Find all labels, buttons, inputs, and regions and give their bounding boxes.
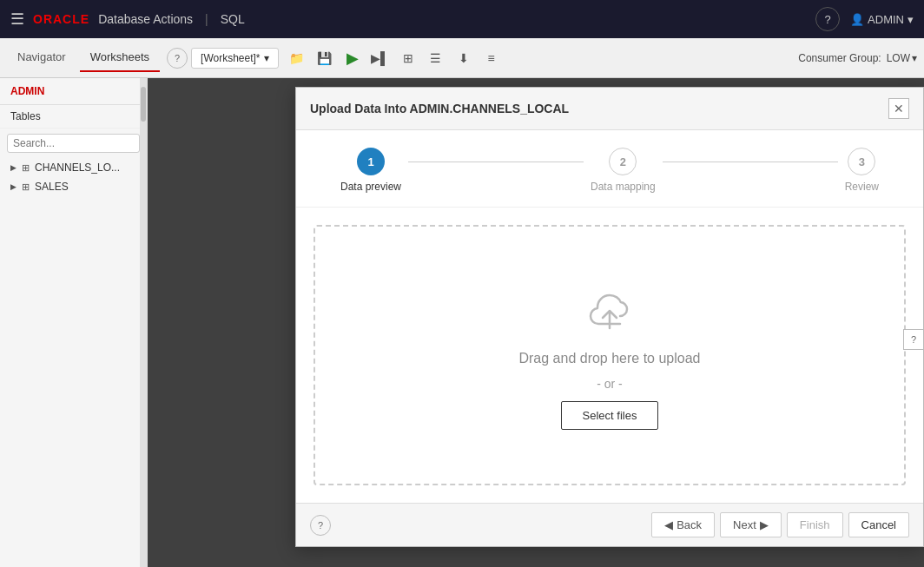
worksheet-tab[interactable]: [Worksheet]* ▾: [191, 48, 278, 69]
right-help-button[interactable]: ?: [903, 329, 924, 350]
sidebar-item-sales[interactable]: ▶ ⊞ SALES: [0, 177, 147, 196]
step-3-label: Review: [845, 181, 879, 193]
back-label: Back: [676, 518, 702, 531]
consumer-group-label: Consumer Group:: [798, 52, 881, 64]
step-1: 1 Data preview: [340, 148, 401, 193]
worksheet-tab-label: [Worksheet]*: [201, 52, 260, 64]
table-icon: ⊞: [22, 162, 30, 174]
topbar-right: ? 👤 ADMIN ▾: [815, 7, 914, 31]
select-files-button[interactable]: Select files: [561, 401, 659, 430]
consumer-group-select[interactable]: LOW ▾: [887, 52, 917, 64]
consumer-group: Consumer Group: LOW ▾: [798, 52, 917, 64]
section-label: SQL: [221, 12, 245, 26]
step-line-2: [663, 162, 838, 162]
back-button[interactable]: ◀ Back: [651, 512, 715, 537]
user-label: ADMIN: [868, 13, 904, 26]
oracle-logo: ORACLE: [33, 12, 89, 26]
worksheet-chevron-icon: ▾: [264, 52, 269, 64]
separator: |: [205, 12, 208, 26]
step-3-circle: 3: [848, 148, 875, 175]
sidebar-scrollbar[interactable]: [140, 78, 147, 567]
steps-container: 1 Data preview 2 Data mapping 3 Review: [340, 148, 879, 193]
upload-dialog: Upload Data Into ADMIN.CHANNELS_LOCAL ✕ …: [295, 87, 924, 547]
sidebar-item-label: CHANNELS_LO...: [35, 162, 120, 174]
main-area: ADMIN Tables ▶ ⊞ CHANNELS_LO... ▶ ⊞ SALE…: [0, 78, 924, 567]
run-script-icon[interactable]: ▶▌: [369, 47, 392, 69]
format-icon[interactable]: ☰: [425, 47, 447, 69]
sidebar-item-label: SALES: [35, 181, 69, 193]
sidebar-admin-label: ADMIN: [0, 78, 147, 105]
toolbar2: Navigator Worksheets ? [Worksheet]* ▾ 📁 …: [0, 38, 924, 78]
scroll-thumb: [141, 87, 146, 122]
next-button[interactable]: Next ▶: [720, 512, 782, 537]
topbar-help-button[interactable]: ?: [815, 7, 840, 31]
grid-icon[interactable]: ⊞: [397, 47, 419, 69]
upload-dropzone[interactable]: Drag and drop here to upload - or - Sele…: [314, 225, 906, 485]
step-2-label: Data mapping: [591, 181, 656, 193]
download-icon[interactable]: ⬇: [452, 47, 475, 69]
folder-icon[interactable]: 📁: [286, 47, 308, 69]
tab-worksheets[interactable]: Worksheets: [80, 43, 160, 72]
step-line-1: [408, 162, 584, 162]
user-icon: 👤: [850, 13, 864, 26]
next-arrow-icon: ▶: [760, 518, 769, 531]
cancel-button[interactable]: Cancel: [848, 512, 909, 537]
dialog-header: Upload Data Into ADMIN.CHANNELS_LOCAL ✕: [296, 88, 923, 130]
tab-navigator[interactable]: Navigator: [7, 43, 76, 72]
consumer-chevron-icon: ▾: [912, 52, 917, 64]
step-2-circle: 2: [609, 148, 637, 175]
app-name: Database Actions: [98, 12, 193, 26]
sidebar: ADMIN Tables ▶ ⊞ CHANNELS_LO... ▶ ⊞ SALE…: [0, 78, 148, 567]
upload-cloud-icon: [582, 281, 637, 340]
dialog-footer: ? ◀ Back Next ▶ Finish Cancel: [296, 503, 923, 546]
workspace: Upload Data Into ADMIN.CHANNELS_LOCAL ✕ …: [148, 78, 924, 567]
dialog-title: Upload Data Into ADMIN.CHANNELS_LOCAL: [310, 102, 569, 115]
or-text: - or -: [597, 377, 623, 391]
next-label: Next: [733, 518, 756, 531]
dialog-overlay: Upload Data Into ADMIN.CHANNELS_LOCAL ✕ …: [148, 78, 924, 567]
expand-icon: ▶: [10, 163, 16, 172]
consumer-group-value: LOW: [887, 52, 910, 64]
expand-icon: ▶: [10, 182, 16, 191]
search-input[interactable]: [7, 134, 140, 153]
steps-area: 1 Data preview 2 Data mapping 3 Review: [296, 130, 923, 208]
save-icon[interactable]: 💾: [314, 47, 336, 69]
step-3: 3 Review: [845, 148, 879, 193]
footer-nav-buttons: ◀ Back Next ▶ Finish Cancel: [651, 512, 909, 537]
run-icon[interactable]: ▶: [341, 47, 364, 69]
list-icon[interactable]: ≡: [480, 47, 503, 69]
back-arrow-icon: ◀: [664, 518, 673, 531]
footer-help-button[interactable]: ?: [310, 515, 331, 536]
topbar: ☰ ORACLE Database Actions | SQL ? 👤 ADMI…: [0, 0, 924, 38]
sidebar-item-channels-local[interactable]: ▶ ⊞ CHANNELS_LO...: [0, 158, 147, 177]
toolbar2-help-button[interactable]: ?: [167, 48, 188, 69]
dialog-close-button[interactable]: ✕: [888, 98, 909, 119]
drag-drop-text: Drag and drop here to upload: [518, 351, 700, 366]
user-chevron-icon: ▾: [908, 13, 914, 26]
toolbar2-icons: 📁 💾 ▶ ▶▌ ⊞ ☰ ⬇ ≡: [286, 47, 503, 69]
sidebar-search: [0, 129, 147, 158]
menu-icon[interactable]: ☰: [10, 10, 24, 29]
user-menu[interactable]: 👤 ADMIN ▾: [850, 13, 914, 26]
table-icon: ⊞: [22, 181, 30, 193]
step-2: 2 Data mapping: [591, 148, 656, 193]
sidebar-tables-section: Tables: [0, 105, 147, 129]
finish-button: Finish: [787, 512, 843, 537]
step-1-circle: 1: [357, 148, 385, 175]
step-1-label: Data preview: [340, 181, 401, 193]
